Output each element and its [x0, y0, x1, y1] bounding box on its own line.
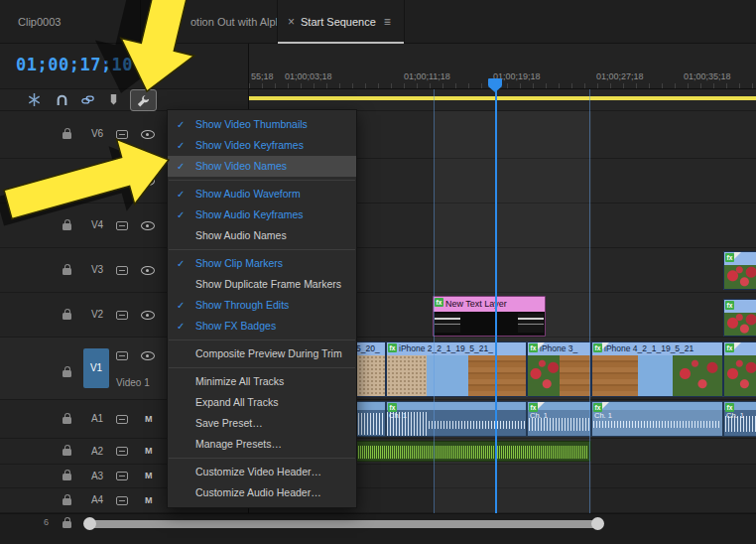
menu-item[interactable] — [169, 180, 355, 181]
sync-lock-icon[interactable] — [116, 415, 128, 424]
audio-clip[interactable]: fx Ch. 1 — [723, 401, 756, 437]
timeline-top-strip — [248, 89, 756, 111]
mute-track-button[interactable]: M — [145, 414, 153, 424]
audio-clip[interactable]: fx Ch. 1 — [591, 401, 723, 437]
video-clip[interactable]: fxiPhone 2_2_1_19_5_21_ — [386, 341, 527, 397]
lock-track-icon[interactable] — [63, 223, 71, 230]
menu-item[interactable]: ✓ Show Video Keyframes — [168, 135, 356, 156]
sync-lock-icon[interactable] — [116, 130, 128, 139]
current-timecode[interactable]: 01;00;17;10 — [16, 55, 133, 74]
toggle-track-output-icon[interactable] — [141, 308, 154, 321]
audio-waveform — [356, 446, 588, 459]
sync-lock-icon[interactable] — [116, 472, 128, 480]
track-label-video1[interactable]: Video 1 — [116, 377, 150, 388]
menu-item[interactable]: Composite Preview During Trim — [168, 343, 356, 364]
menu-item[interactable]: ✓ Show Through Edits — [168, 295, 356, 316]
playhead[interactable] — [495, 89, 497, 513]
track-name-a3[interactable]: A3 — [85, 471, 109, 481]
add-marker-icon[interactable] — [107, 93, 120, 106]
menu-item[interactable]: Show Duplicate Frame Markers — [168, 274, 356, 295]
panel-menu-icon[interactable]: ≡ — [376, 15, 399, 29]
menu-item[interactable]: ✓ Show Audio Waveform — [168, 184, 356, 204]
menu-item[interactable]: Customize Audio Header… — [168, 482, 356, 503]
track-name-v3[interactable]: V3 — [85, 264, 109, 275]
playhead-handle[interactable] — [488, 78, 502, 86]
timeline-display-settings-button[interactable] — [130, 89, 157, 111]
toggle-track-output-icon[interactable] — [141, 348, 154, 361]
linked-selection-icon[interactable] — [81, 93, 94, 106]
fx-badge: fx — [435, 298, 443, 307]
video-clip[interactable]: fxiPhone 3_ — [527, 341, 591, 397]
track-name-v6[interactable]: V6 — [85, 128, 109, 139]
menu-item[interactable]: ✓ Show Video Names — [168, 156, 356, 177]
nest-sequence-icon[interactable] — [28, 93, 41, 106]
tab-motion-out-with-alpha[interactable]: otion Out with Alpha — [141, 0, 278, 44]
track-name-a2[interactable]: A2 — [85, 446, 109, 457]
video-clip[interactable]: fx — [723, 299, 756, 337]
tab-clip0003[interactable]: Clip0003 — [0, 0, 141, 44]
track-name-v2[interactable]: V2 — [85, 309, 109, 320]
menu-item[interactable] — [169, 249, 355, 250]
mute-track-button[interactable]: M — [145, 471, 153, 480]
video-clip[interactable]: fxiPhone 4_2_1_19_5_21 — [591, 341, 723, 397]
menu-item[interactable]: Expand All Tracks — [168, 392, 356, 413]
menu-item[interactable]: Manage Presets… — [168, 434, 356, 455]
lock-track-icon[interactable] — [63, 449, 71, 456]
time-ruler[interactable]: 55;18 01;00;03;18 01;00;11;18 01;00;19;1… — [248, 44, 756, 89]
menu-item[interactable]: Customize Video Header… — [168, 462, 356, 482]
menu-item[interactable]: ✓ Show FX Badges — [168, 316, 356, 337]
tab-start-sequence[interactable]: ×Start Sequence≡ — [278, 0, 405, 44]
lock-track-icon[interactable] — [63, 474, 71, 480]
menu-item[interactable]: ✓ Show Audio Keyframes — [168, 204, 356, 225]
track-name-a1[interactable]: A1 — [85, 413, 109, 424]
audio-clip[interactable]: fx Ch. 1 — [527, 401, 591, 437]
zoom-scrollbar-right-handle[interactable] — [591, 517, 604, 530]
track-name-v4[interactable]: V4 — [85, 219, 109, 230]
sync-lock-icon[interactable] — [116, 447, 128, 456]
audio-clip-green[interactable] — [353, 441, 591, 462]
video-clip[interactable]: 5_20_ — [353, 341, 386, 397]
menu-item[interactable]: ✓ Show Video Thumbnails — [168, 114, 356, 135]
lock-track-icon[interactable] — [63, 179, 71, 186]
timeline-zoom-scrollbar[interactable] — [89, 520, 597, 528]
lock-track-icon[interactable] — [63, 313, 71, 320]
menu-item-label: Show Audio Waveform — [195, 188, 301, 200]
audio-clip[interactable]: fx Ch. 1 — [386, 401, 527, 437]
lock-track-icon[interactable] — [63, 268, 71, 275]
menu-item[interactable] — [169, 340, 355, 340]
text-clip-new-text-layer[interactable]: fx New Text Layer — [433, 296, 546, 337]
track-name-a4[interactable]: A4 — [85, 494, 109, 505]
toggle-track-output-icon[interactable] — [141, 127, 154, 140]
menu-item[interactable]: Minimize All Tracks — [168, 371, 356, 392]
menu-item[interactable] — [169, 458, 355, 459]
sync-lock-icon[interactable] — [116, 351, 128, 360]
lock-track-icon[interactable] — [63, 417, 71, 424]
close-tab-icon[interactable]: × — [278, 15, 301, 29]
lock-track-icon[interactable] — [63, 132, 71, 139]
lock-track-icon[interactable] — [63, 370, 71, 377]
menu-item[interactable]: Save Preset… — [168, 413, 356, 434]
lock-track-icon[interactable] — [63, 521, 71, 528]
sync-lock-icon[interactable] — [116, 496, 128, 505]
menu-item[interactable]: Show Audio Names — [168, 225, 356, 246]
sync-lock-icon[interactable] — [116, 221, 128, 230]
menu-item[interactable] — [169, 367, 355, 368]
toggle-track-output-icon[interactable] — [141, 218, 154, 231]
snap-icon[interactable] — [56, 93, 68, 106]
track-name-v1[interactable]: V1 — [83, 348, 109, 388]
toggle-track-output-icon[interactable] — [141, 174, 154, 187]
zoom-scrollbar-left-handle[interactable] — [83, 517, 96, 530]
toggle-track-output-icon[interactable] — [141, 263, 154, 276]
audio-clip[interactable] — [353, 401, 386, 437]
video-clip[interactable]: fx — [723, 341, 756, 397]
video-clip[interactable]: fx — [723, 251, 756, 290]
lock-track-icon[interactable] — [63, 498, 71, 505]
sync-lock-icon[interactable] — [116, 311, 128, 320]
menu-item[interactable]: ✓ Show Clip Markers — [168, 253, 356, 274]
track-name-v5[interactable]: V5 — [85, 175, 109, 186]
mute-track-button[interactable]: M — [145, 495, 153, 505]
mute-track-button[interactable]: M — [145, 446, 153, 456]
sync-lock-icon[interactable] — [116, 177, 128, 186]
menu-item-label: Composite Preview During Trim — [195, 347, 342, 359]
sync-lock-icon[interactable] — [116, 266, 128, 275]
